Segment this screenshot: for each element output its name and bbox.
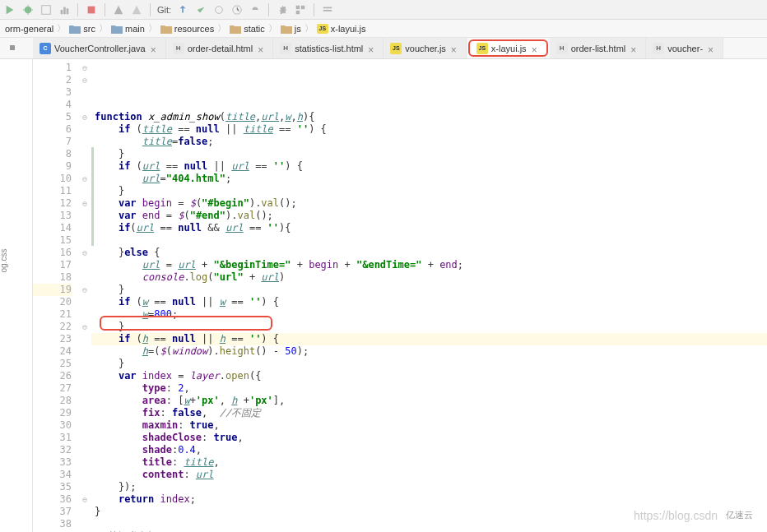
tab-close-icon[interactable]: × — [630, 44, 639, 53]
fold-toggle[interactable]: ⊖ — [78, 493, 91, 506]
line-number[interactable]: 21 — [33, 308, 72, 321]
more-icon[interactable] — [321, 3, 334, 16]
line-number[interactable]: 38 — [33, 518, 72, 530]
line-number-gutter[interactable]: 1234567891011121314151617181920212223242… — [33, 59, 78, 532]
tab-scroll-left-icon[interactable] — [7, 42, 18, 53]
line-number[interactable]: 28 — [33, 395, 72, 407]
code-line[interactable]: if (url == null || url == '') { — [91, 160, 767, 173]
line-number[interactable]: 31 — [33, 432, 72, 444]
profile-icon[interactable] — [58, 3, 71, 16]
tab-close-icon[interactable]: × — [708, 44, 716, 53]
git-history-icon[interactable] — [230, 3, 244, 16]
line-number[interactable]: 6 — [33, 123, 72, 136]
tab-close-icon[interactable]: × — [258, 44, 266, 53]
code-line[interactable]: }else { — [91, 247, 767, 259]
line-number[interactable]: 8 — [33, 148, 72, 160]
git-commit-icon[interactable] — [194, 3, 207, 16]
code-line[interactable]: fix: false, //不固定 — [91, 407, 767, 419]
breadcrumb-js[interactable]: js — [279, 24, 303, 34]
line-number[interactable]: 17 — [33, 259, 72, 271]
line-number[interactable]: 26 — [33, 370, 72, 382]
line-number[interactable]: 35 — [33, 481, 72, 493]
line-number[interactable]: 22 — [33, 321, 72, 333]
code-line[interactable]: if (h == null || h == '') { — [91, 333, 767, 345]
line-number[interactable]: 11 — [33, 185, 72, 197]
git-update-icon[interactable] — [176, 3, 189, 16]
code-line[interactable]: if (w == null || w == '') { — [91, 296, 767, 308]
debug-icon[interactable] — [21, 3, 35, 16]
code-line[interactable]: } — [91, 284, 767, 296]
tab-VoucherController-java[interactable]: CVoucherController.java× — [33, 38, 166, 58]
tab-voucher-[interactable]: voucher-× — [646, 38, 723, 58]
line-number[interactable]: 15 — [33, 234, 72, 247]
code-line[interactable]: var begin = $("#begin").val(); — [91, 197, 767, 210]
code-line[interactable]: type: 2, — [91, 382, 767, 395]
line-number[interactable]: 33 — [33, 456, 72, 469]
fold-toggle[interactable]: ⊖ — [78, 62, 91, 74]
line-number[interactable]: 4 — [33, 99, 72, 111]
breadcrumb-project[interactable]: orm-general — [3, 24, 55, 34]
line-number[interactable]: 23 — [33, 333, 72, 345]
code-line[interactable]: function x_admin_show(title,url,w,h){ — [91, 111, 767, 123]
run-icon[interactable] — [3, 3, 16, 16]
code-line[interactable]: return index; — [91, 493, 767, 506]
tab-order-list-html[interactable]: order-list.html× — [550, 38, 647, 58]
line-number[interactable]: 12 — [33, 197, 72, 210]
code-line[interactable] — [91, 234, 767, 247]
code-line[interactable]: shadeClose: true, — [91, 432, 767, 444]
code-line[interactable]: title=false; — [91, 136, 767, 148]
fold-toggle[interactable]: ⊖ — [78, 111, 91, 123]
breadcrumb-static[interactable]: static — [228, 24, 267, 34]
code-line[interactable]: }); — [91, 481, 767, 493]
code-line[interactable]: title: title, — [91, 456, 767, 469]
code-line[interactable]: } — [91, 148, 767, 160]
code-line[interactable]: if (title == null || title == '') { — [91, 123, 767, 136]
code-line[interactable]: var index = layer.open({ — [91, 370, 767, 382]
breadcrumb-file[interactable]: JSx-layui.js — [315, 24, 368, 34]
line-number[interactable]: 27 — [33, 382, 72, 395]
code-line[interactable]: } — [91, 321, 767, 333]
tab-order-detail-html[interactable]: order-detail.html× — [166, 38, 273, 58]
code-line[interactable]: shade:0.4, — [91, 444, 767, 456]
line-number[interactable]: 20 — [33, 296, 72, 308]
line-number[interactable]: 7 — [33, 136, 72, 148]
line-number[interactable]: 19 — [33, 284, 72, 296]
line-number[interactable]: 36 — [33, 493, 72, 506]
line-number[interactable]: 25 — [33, 358, 72, 370]
line-number[interactable]: 9 — [33, 160, 72, 173]
code-line[interactable]: if(url == null && url == ''){ — [91, 222, 767, 234]
line-number[interactable]: 1 — [33, 62, 72, 74]
fold-toggle[interactable]: ⊖ — [78, 173, 91, 185]
line-number[interactable]: 34 — [33, 469, 72, 481]
line-number[interactable]: 24 — [33, 345, 72, 358]
code-line[interactable]: url = url + "&beginTime=" + begin + "&en… — [91, 259, 767, 271]
code-line[interactable]: maxmin: true, — [91, 419, 767, 432]
code-line[interactable]: console.log("url" + url) — [91, 271, 767, 284]
code-line[interactable]: var end = $("#end").val(); — [91, 210, 767, 222]
settings-icon[interactable] — [276, 3, 289, 16]
fold-toggle[interactable]: ⊖ — [78, 74, 91, 86]
code-line[interactable]: area: [w+'px', h +'px'], — [91, 395, 767, 407]
line-number[interactable]: 18 — [33, 271, 72, 284]
line-number[interactable]: 10 — [33, 173, 72, 185]
code-line[interactable]: h=($(window).height() - 50); — [91, 345, 767, 358]
fold-gutter[interactable]: ⊖⊖⊖⊖⊖⊖⊖⊖⊖ — [78, 59, 91, 532]
tab-statistics-list-html[interactable]: statistics-list.html× — [273, 38, 384, 58]
tab-close-icon[interactable]: × — [368, 44, 376, 53]
line-number[interactable]: 30 — [33, 419, 72, 432]
build2-icon[interactable] — [130, 3, 143, 16]
tab-close-icon[interactable]: × — [151, 44, 159, 53]
line-number[interactable]: 14 — [33, 222, 72, 234]
git-compare-icon[interactable] — [212, 3, 225, 16]
stop-icon[interactable] — [85, 3, 98, 16]
line-number[interactable]: 16 — [33, 247, 72, 259]
code-line[interactable]: url="404.html"; — [91, 173, 767, 185]
line-number[interactable]: 2 — [33, 74, 72, 86]
breadcrumb-resources[interactable]: resources — [159, 24, 216, 34]
line-number[interactable]: 13 — [33, 210, 72, 222]
code-line[interactable]: } — [91, 358, 767, 370]
line-number[interactable]: 29 — [33, 407, 72, 419]
tab-close-icon[interactable]: × — [532, 44, 540, 53]
breadcrumb-src[interactable]: src — [67, 24, 97, 34]
fold-toggle[interactable]: ⊖ — [78, 197, 91, 210]
